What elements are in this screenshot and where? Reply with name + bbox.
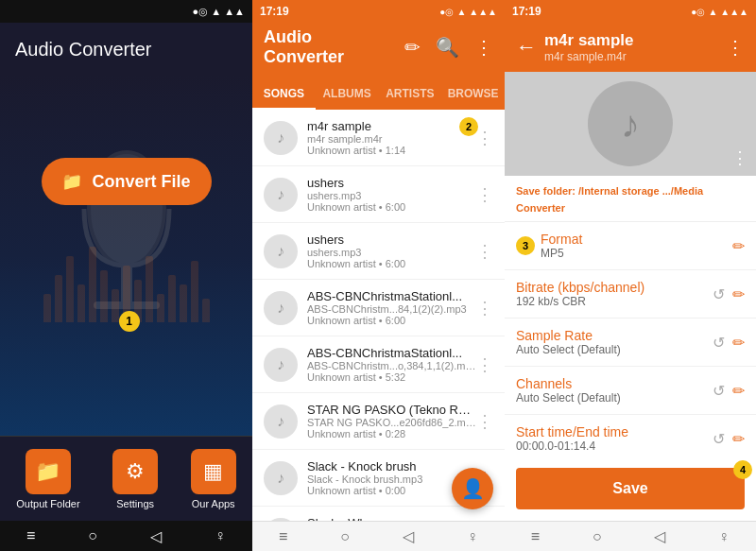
back-icon-3[interactable]: ◁	[654, 527, 665, 545]
list-item[interactable]: ♪ ABS-CBNChristmaStationl... ABS-CBNChri…	[252, 280, 505, 336]
list-item[interactable]: ♪ m4r sample m4r sample.m4r Unknown arti…	[252, 110, 505, 166]
home-icon-3[interactable]: ○	[593, 528, 602, 545]
song-more-4[interactable]: ⋮	[476, 354, 493, 375]
samplerate-actions: ↺ ✏	[713, 334, 745, 352]
song-more-0[interactable]: ⋮	[476, 128, 493, 148]
tab-artists[interactable]: ARTISTS	[379, 87, 442, 110]
channels-value: Auto Select (Default)	[516, 391, 713, 405]
bitrate-edit-icon[interactable]: ✏	[732, 285, 745, 303]
song-sub-0: m4r sample.m4r	[307, 133, 476, 145]
tab-songs[interactable]: SONGS	[252, 87, 316, 110]
song-name-4: ABS-CBNChristmaStationl...	[307, 346, 476, 360]
list-item[interactable]: ♪ ABS-CBNChristmaStationl... ABS-CBNChri…	[252, 336, 505, 393]
song-more-2[interactable]: ⋮	[476, 241, 493, 262]
tab-albums[interactable]: ALBUMS	[316, 87, 379, 110]
album-more-icon[interactable]: ⋮	[731, 147, 748, 168]
settings-nav[interactable]: ⚙ Settings	[112, 449, 158, 509]
edit-icon[interactable]: ✏	[404, 36, 421, 59]
back-icon-1[interactable]: ◁	[150, 527, 162, 545]
settings-item-samplerate[interactable]: Sample Rate Auto Select (Default) ↺ ✏	[505, 319, 756, 367]
save-btn-badge: 4	[733, 460, 752, 479]
music-note-icon: ♪	[277, 300, 284, 317]
fab-add-button[interactable]: 👤	[452, 468, 493, 509]
list-item[interactable]: ♪ ushers ushers.mp3 Unknown artist • 6:0…	[252, 223, 505, 280]
song-art-0: ♪	[264, 121, 298, 155]
more-vert-icon[interactable]: ⋮	[474, 36, 493, 59]
save-button[interactable]: Save	[516, 468, 745, 509]
song-info-2: ushers ushers.mp3 Unknown artist • 6:00	[307, 232, 476, 269]
song-file-3: ABS-CBNChristm...84,1(2)(2).mp3	[307, 303, 476, 315]
panel-convert-settings: 17:19 ●◎▲▲▲▲ ← m4r sample m4r sample.m4r…	[505, 0, 756, 551]
back-button[interactable]: ←	[516, 35, 537, 60]
save-folder-label: Save folder:	[516, 185, 576, 197]
song-name-5: STAR NG PASKO (Tekno Rem...	[307, 403, 476, 417]
song-more-1[interactable]: ⋮	[476, 184, 493, 205]
song-more-3[interactable]: ⋮	[476, 298, 493, 319]
output-folder-nav[interactable]: 📁 Output Folder	[16, 449, 79, 509]
settings-header-info: m4r sample m4r sample.m4r	[544, 31, 718, 63]
samplerate-info: Sample Rate Auto Select (Default)	[516, 328, 713, 356]
convert-btn-label: Convert File	[92, 172, 190, 192]
song-info-0: m4r sample m4r sample.m4r Unknown artist…	[307, 119, 476, 156]
system-nav-bar-1: ≡ ○ ◁ ♀	[0, 521, 252, 551]
our-apps-nav[interactable]: ▦ Our Apps	[191, 449, 236, 509]
settings-list: 3 Format MP5 ✏ Bitrate (kbps/channel) 19…	[505, 222, 756, 456]
song-meta-5: Unknown artist • 0:28	[307, 428, 476, 439]
song-art-2: ♪	[264, 234, 298, 268]
our-apps-icon: ▦	[191, 449, 236, 494]
settings-item-bitrate[interactable]: Bitrate (kbps/channel) 192 kb/s CBR ↺ ✏	[505, 270, 756, 319]
format-label: Format	[541, 232, 732, 247]
time-refresh-icon[interactable]: ↺	[713, 430, 725, 448]
tab-browse[interactable]: BROWSE	[441, 87, 505, 110]
channels-edit-icon[interactable]: ✏	[732, 382, 745, 400]
settings-item-format[interactable]: 3 Format MP5 ✏	[505, 222, 756, 270]
song-name-2: ushers	[307, 232, 476, 247]
song-file-4: ABS-CBNChristm...o,384,1,1(2).mp3	[307, 360, 476, 371]
format-info: Format MP5	[541, 232, 732, 260]
save-button-wrapper: Save 4	[516, 468, 745, 509]
back-icon-2[interactable]: ◁	[403, 527, 414, 545]
channels-refresh-icon[interactable]: ↺	[713, 382, 725, 400]
song-art-7: ♪	[264, 518, 298, 522]
menu-icon-3[interactable]: ≡	[531, 528, 540, 545]
bitrate-label: Bitrate (kbps/channel)	[516, 280, 713, 295]
bottom-nav: 📁 Output Folder ⚙ Settings ▦ Our Apps	[0, 436, 252, 521]
time-value: 00:00.0-01:14.4	[516, 439, 713, 453]
format-edit-icon[interactable]: ✏	[732, 237, 745, 255]
samplerate-value: Auto Select (Default)	[516, 343, 713, 356]
list-item[interactable]: ♪ ushers ushers.mp3 Unknown artist • 6:0…	[252, 166, 505, 223]
save-folder-bar: Save folder: /Internal storage .../Media…	[505, 176, 756, 222]
samplerate-label: Sample Rate	[516, 328, 713, 343]
bitrate-info: Bitrate (kbps/channel) 192 kb/s CBR	[516, 280, 713, 308]
menu-icon-2[interactable]: ≡	[279, 528, 287, 545]
system-nav-bar-2: ≡ ○ ◁ ♀	[252, 521, 505, 551]
person-icon-2: ♀	[467, 528, 478, 545]
bitrate-value: 192 kb/s CBR	[516, 295, 713, 308]
time-info: Start time/End time 00:00.0-01:14.4	[516, 424, 713, 453]
settings-item-time[interactable]: Start time/End time 00:00.0-01:14.4 ↺ ✏	[505, 415, 756, 456]
convert-file-button[interactable]: 📁 Convert File	[42, 158, 212, 205]
settings-label: Settings	[116, 498, 154, 509]
bitrate-refresh-icon[interactable]: ↺	[713, 285, 725, 303]
samplerate-edit-icon[interactable]: ✏	[732, 334, 745, 352]
music-note-icon: ♪	[277, 243, 284, 260]
song-info-5: STAR NG PASKO (Tekno Rem... STAR NG PASK…	[307, 403, 476, 439]
music-note-icon: ♪	[277, 356, 284, 373]
home-icon-1[interactable]: ○	[88, 527, 97, 544]
settings-more-icon[interactable]: ⋮	[726, 36, 745, 59]
time-label: Start time/End time	[516, 424, 713, 439]
samplerate-refresh-icon[interactable]: ↺	[713, 334, 725, 352]
settings-header: ← m4r sample m4r sample.m4r ⋮	[505, 23, 756, 72]
home-icon-2[interactable]: ○	[340, 528, 350, 545]
list-item[interactable]: ♪ STAR NG PASKO (Tekno Rem... STAR NG PA…	[252, 393, 505, 450]
our-apps-label: Our Apps	[192, 498, 235, 509]
song-info-7: Slack - Whoa Slack - Whoa.mp3 Unknown ar…	[307, 516, 476, 521]
status-bar-2: 17:19 ●◎▲▲▲▲	[252, 0, 505, 23]
song-meta-1: Unknown artist • 6:00	[307, 201, 476, 213]
menu-icon-1[interactable]: ≡	[26, 527, 35, 544]
settings-item-channels[interactable]: Channels Auto Select (Default) ↺ ✏	[505, 367, 756, 415]
search-icon[interactable]: 🔍	[436, 36, 459, 59]
time-edit-icon[interactable]: ✏	[732, 430, 745, 448]
bitrate-actions: ↺ ✏	[713, 285, 745, 303]
song-more-5[interactable]: ⋮	[476, 411, 493, 432]
